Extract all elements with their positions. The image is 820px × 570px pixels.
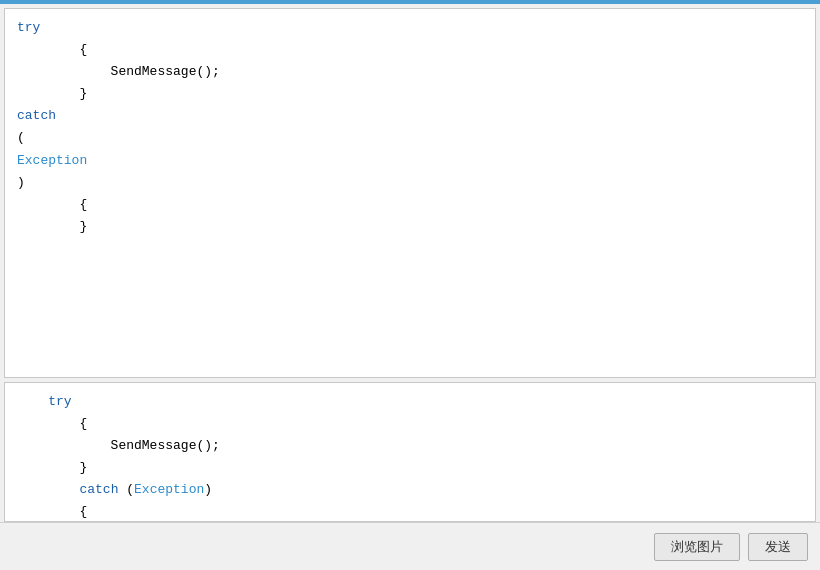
code-line: catch (Exception) — [17, 479, 803, 501]
code-line: } — [17, 216, 803, 238]
code-line: { — [17, 39, 803, 61]
keyword-try-2: try — [48, 394, 71, 409]
keyword: try — [17, 20, 40, 35]
keyword-catch-2: catch — [79, 482, 118, 497]
type-exception: Exception — [17, 153, 87, 168]
code-line: ) — [17, 172, 803, 194]
code-line: SendMessage(); — [17, 435, 803, 457]
code-line: try — [17, 391, 803, 413]
send-button[interactable]: 发送 — [748, 533, 808, 561]
code-line: try — [17, 17, 803, 39]
bottom-toolbar: 浏览图片 发送 — [0, 522, 820, 570]
type-exception-2: Exception — [134, 482, 204, 497]
main-content: try { SendMessage(); } catch ( Exception… — [0, 4, 820, 522]
code-line: } — [17, 457, 803, 479]
code-area-top[interactable]: try { SendMessage(); } catch ( Exception… — [5, 9, 815, 377]
code-line: Exception — [17, 150, 803, 172]
code-line: { — [17, 501, 803, 521]
code-line: { — [17, 194, 803, 216]
code-line: catch — [17, 105, 803, 127]
keyword-catch: catch — [17, 108, 56, 123]
code-area-bottom[interactable]: try { SendMessage(); } catch (Exception)… — [5, 383, 815, 521]
code-line: } — [17, 83, 803, 105]
code-line: { — [17, 413, 803, 435]
browse-button[interactable]: 浏览图片 — [654, 533, 740, 561]
code-panel-bottom: try { SendMessage(); } catch (Exception)… — [4, 382, 816, 522]
code-panel-top: try { SendMessage(); } catch ( Exception… — [4, 8, 816, 378]
code-line: ( — [17, 127, 803, 149]
code-line: SendMessage(); — [17, 61, 803, 83]
